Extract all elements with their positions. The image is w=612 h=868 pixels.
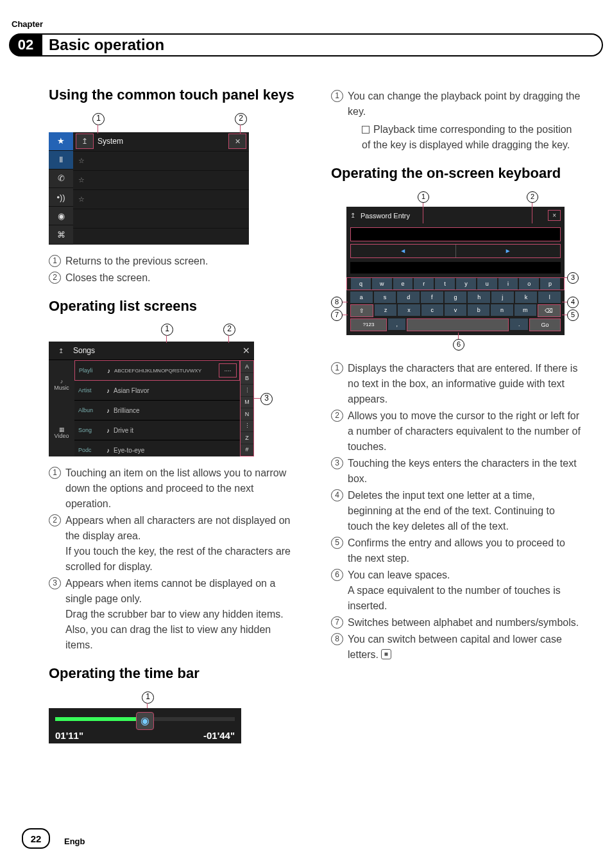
list-item[interactable]: ☆ xyxy=(73,190,249,209)
key[interactable]: x xyxy=(398,304,420,316)
figure-time-bar: 1 ◉ 01'11" -01'44" xyxy=(49,691,241,743)
go-key[interactable]: Go xyxy=(529,318,561,331)
list-row[interactable]: Song♪Drive it xyxy=(74,421,240,440)
key[interactable]: r xyxy=(414,278,434,290)
callout-5: 5 xyxy=(567,309,579,321)
callout-7: 7 xyxy=(331,309,343,321)
key[interactable]: w xyxy=(372,278,392,290)
close-icon[interactable]: ✕ xyxy=(242,345,250,356)
callout-2: 2 xyxy=(235,113,247,125)
tuner-icon[interactable]: Ⅱ xyxy=(49,151,73,169)
callout-text-2: Closes the screen. xyxy=(49,270,299,286)
list-item[interactable] xyxy=(73,209,249,229)
star-icon[interactable]: ★ xyxy=(49,132,73,151)
right-column: You can change the playback point by dra… xyxy=(331,86,581,752)
figure-keyboard: 1 2 ↥ Password Entry × ◄ ► q xyxy=(331,191,575,352)
callout-text-1: Displays the characters that are entered… xyxy=(331,361,581,407)
speaker-icon[interactable]: •)) xyxy=(49,188,73,207)
callout-1: 1 xyxy=(142,691,154,704)
key[interactable]: l xyxy=(538,291,561,303)
key[interactable]: p xyxy=(540,278,560,290)
link-icon[interactable]: ⌘ xyxy=(49,225,73,244)
chapter-number-badge: 02 xyxy=(9,33,42,56)
left-column: Using the common touch panel keys 1 2 ★ … xyxy=(49,86,299,752)
keyboard-row-3: ⇧ z x c v b n m ⌫ xyxy=(346,304,565,317)
figure-list-screen: 1 2 ↥ Songs ✕ ♪Music ▦Video xyxy=(49,324,273,456)
list-item[interactable]: ☆ xyxy=(73,171,249,190)
cursor-left-icon[interactable]: ◄ xyxy=(351,245,456,257)
section-list-screens-title: Operating list screens xyxy=(49,297,299,315)
period-key[interactable]: . xyxy=(510,318,527,330)
keyboard-callouts: Displays the characters that are entered… xyxy=(331,361,581,663)
callout-text-1: Touching an item on the list allows you … xyxy=(49,465,299,512)
disc-icon[interactable]: ◉ xyxy=(49,207,73,225)
key[interactable]: z xyxy=(375,304,396,316)
list-row[interactable]: Albun♪Brilliance xyxy=(74,401,240,421)
key[interactable]: c xyxy=(421,304,443,316)
key[interactable]: v xyxy=(445,304,466,316)
section-time-bar-title: Operating the time bar xyxy=(49,664,299,682)
list-item[interactable]: ☆ xyxy=(73,152,249,171)
callout-8: 8 xyxy=(331,297,343,308)
back-icon[interactable]: ↥ xyxy=(53,344,69,357)
key[interactable]: f xyxy=(421,291,443,303)
callout-text-5: Confirms the entry and allows you to pro… xyxy=(331,535,581,566)
key[interactable]: o xyxy=(519,278,539,290)
phone-icon[interactable]: ✆ xyxy=(49,169,73,188)
list-row[interactable]: Podc♪Eye-to-eye xyxy=(74,440,240,460)
key[interactable]: t xyxy=(435,278,455,290)
comma-key[interactable]: , xyxy=(388,318,405,330)
backspace-key[interactable]: ⌫ xyxy=(538,304,561,317)
keyboard-row-1: q w e r t y u i o p xyxy=(346,277,565,290)
list-row[interactable]: Playli ♪ ABCDEFGHIJKLMNOPQRSTUVWXY ···· xyxy=(74,360,240,381)
cursor-right-icon[interactable]: ► xyxy=(456,245,561,257)
cursor-arrows[interactable]: ◄ ► xyxy=(350,244,561,258)
key[interactable]: k xyxy=(515,291,538,303)
list-row[interactable]: Artist♪Asian Flavor xyxy=(74,381,240,401)
back-button[interactable]: ↥ xyxy=(76,134,94,149)
close-button[interactable]: ✕ xyxy=(228,134,246,149)
callout-text-2: Appears when all characters are not disp… xyxy=(49,513,299,575)
key[interactable]: h xyxy=(468,291,490,303)
key[interactable]: q xyxy=(351,278,371,290)
callout-1: 1 xyxy=(418,191,429,203)
key[interactable]: m xyxy=(514,304,536,316)
section-keyboard-title: Operating the on-screen keyboard xyxy=(331,164,581,182)
callout-text-4: Deletes the input text one letter at a t… xyxy=(331,488,581,534)
chapter-title: Basic operation xyxy=(49,36,164,54)
page-number: 22 xyxy=(22,828,50,849)
keyboard-title: Password Entry xyxy=(361,212,410,220)
key[interactable]: g xyxy=(445,291,467,303)
key[interactable]: n xyxy=(491,304,513,316)
music-tab[interactable]: ♪Music xyxy=(49,360,74,408)
mode-switch-key[interactable]: ?123 xyxy=(350,318,387,331)
time-elapsed: 01'11" xyxy=(55,730,83,741)
back-icon[interactable]: ↥ xyxy=(350,212,355,219)
more-button[interactable]: ···· xyxy=(219,363,237,378)
keyboard-divider xyxy=(350,262,561,273)
list-title: Songs xyxy=(73,346,95,355)
chapter-label: Chapter xyxy=(12,19,43,29)
key[interactable]: j xyxy=(491,291,514,303)
key[interactable]: a xyxy=(350,291,373,303)
key[interactable]: u xyxy=(477,278,497,290)
key[interactable]: b xyxy=(468,304,489,316)
video-tab[interactable]: ▦Video xyxy=(49,408,74,456)
list-item[interactable] xyxy=(73,229,249,247)
callout-text-8: You can switch between capital and lower… xyxy=(331,632,581,663)
figure-touch-panel: 1 2 ★ Ⅱ ✆ •)) ◉ ⌘ ↥ System xyxy=(49,113,249,245)
key[interactable]: d xyxy=(397,291,420,303)
key[interactable]: y xyxy=(456,278,476,290)
callout-4: 4 xyxy=(567,297,579,308)
time-remaining: -01'44" xyxy=(203,730,235,741)
close-button[interactable]: × xyxy=(548,210,561,221)
key[interactable]: s xyxy=(374,291,396,303)
shift-key[interactable]: ⇧ xyxy=(350,304,373,317)
space-key[interactable] xyxy=(407,318,509,331)
key[interactable]: i xyxy=(498,278,518,290)
scrubber-bar[interactable]: A B ⋮ M N ⋮ Z # xyxy=(240,360,254,456)
callout-1: 1 xyxy=(92,113,105,125)
text-entry-box[interactable] xyxy=(350,227,561,241)
time-bar-knob[interactable]: ◉ xyxy=(136,712,154,730)
key[interactable]: e xyxy=(393,278,413,290)
